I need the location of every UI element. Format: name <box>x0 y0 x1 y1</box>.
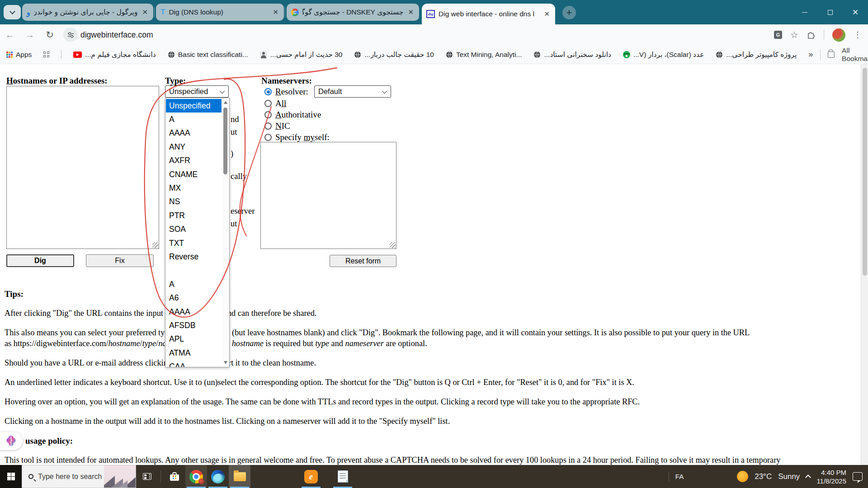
taskbar-search[interactable]: Type here to search <box>22 465 136 488</box>
dropdown-option[interactable]: TXT <box>166 236 222 250</box>
resize-grip-icon[interactable] <box>152 242 158 248</box>
tab-google-search[interactable]: جستجوی DNSKEY - جستجوی گوگل ✕ <box>287 4 419 21</box>
forward-button[interactable]: → <box>20 29 40 40</box>
weather-temperature[interactable]: 23°C <box>755 472 772 481</box>
dropdown-option[interactable]: ATMA <box>166 346 222 360</box>
reload-button[interactable]: ↻ <box>40 29 60 40</box>
dropdown-option[interactable] <box>166 264 222 277</box>
bookmark-item[interactable]: 10 حقیقت جالب دربار... <box>354 51 434 59</box>
bookmarks-overflow-icon[interactable]: » <box>808 50 813 59</box>
dropdown-option[interactable]: A6 <box>166 291 222 305</box>
clock-date: 11/8/2025 <box>816 477 846 485</box>
start-button[interactable] <box>0 465 22 488</box>
dropdown-option[interactable]: APL <box>166 333 222 346</box>
authoritative-radio[interactable] <box>264 111 272 118</box>
tab-dig-web-interface-active[interactable]: dig Dig web interface - online dns l ✕ <box>422 4 555 24</box>
resize-grip-icon[interactable] <box>390 242 396 248</box>
dropdown-option[interactable]: CAA <box>166 360 222 367</box>
language-indicator[interactable]: FA <box>675 473 684 480</box>
tab-virgool[interactable]: و ویرگول - جایی برای نوشتن و خواندن ✕ <box>22 4 153 21</box>
page-scrollbar[interactable] <box>861 64 868 465</box>
scroll-up-icon[interactable] <box>224 101 227 104</box>
search-highlight-image[interactable] <box>104 465 136 488</box>
resolver-select[interactable]: Default <box>314 85 391 98</box>
bookmark-item[interactable]: دانلود سخنرانی استاد... <box>533 51 611 59</box>
tab-search-button[interactable] <box>4 5 21 19</box>
chrome-taskbar-button[interactable] <box>185 465 207 488</box>
translate-icon[interactable]: G <box>774 31 782 39</box>
dropdown-option[interactable]: Reverse <box>166 250 222 263</box>
task-view-button[interactable] <box>136 465 158 488</box>
tab-dig-dns[interactable]: T Dig (DNS lookup) ✕ <box>156 4 284 21</box>
nic-radio[interactable] <box>264 122 272 130</box>
dropdown-option[interactable]: ANY <box>166 140 222 154</box>
dig-button[interactable]: Dig <box>6 254 74 267</box>
bookmark-item[interactable]: عدد (Scalar)، بردار (V... <box>623 51 704 59</box>
bookmark-star-icon[interactable]: ☆ <box>790 29 798 40</box>
type-select[interactable]: Unspecified <box>165 85 229 98</box>
dropdown-option[interactable]: AAAA <box>166 305 222 319</box>
close-tab-icon[interactable]: ✕ <box>141 8 149 16</box>
type-select-value: Unspecified <box>169 87 208 96</box>
page-scrollbar-thumb[interactable] <box>863 68 867 276</box>
dropdown-option[interactable]: PTR <box>166 209 222 222</box>
edge-taskbar-button[interactable] <box>207 465 229 488</box>
bookmark-item[interactable]: Basic text classificati... <box>168 51 248 59</box>
close-button[interactable]: ✕ <box>843 0 868 24</box>
bookmark-item[interactable]: 30 حدیث از امام حسی... <box>260 51 343 59</box>
chevron-down-icon <box>9 9 15 14</box>
search-placeholder: Type here to search <box>38 473 102 481</box>
back-button[interactable]: ← <box>0 29 20 40</box>
extension-overlay-pill[interactable] <box>0 432 23 450</box>
dropdown-option[interactable]: CNAME <box>166 168 222 181</box>
notification-center-icon[interactable] <box>853 472 863 481</box>
hostnames-textarea[interactable] <box>6 86 159 249</box>
notepad-taskbar-button[interactable] <box>332 465 354 488</box>
scroll-down-icon[interactable] <box>224 361 227 364</box>
eitaa-taskbar-button[interactable]: e <box>300 465 322 488</box>
menu-kebab-icon[interactable]: ⋮ <box>854 30 862 40</box>
dropdown-option[interactable]: AXFR <box>166 154 222 168</box>
all-radio[interactable] <box>264 100 272 107</box>
address-bar[interactable]: digwebinterface.com <box>80 30 153 40</box>
tip-paragraph: This also means you can select your pref… <box>5 328 855 349</box>
dropdown-scrollbar[interactable] <box>222 98 229 367</box>
dropdown-option[interactable]: A <box>166 277 222 291</box>
maximize-button[interactable] <box>817 0 843 24</box>
tray-expand-icon[interactable] <box>806 474 811 480</box>
fix-button[interactable]: Fix <box>86 254 154 267</box>
bookmark-label: عدد (Scalar)، بردار (V... <box>633 51 704 59</box>
site-info-button[interactable] <box>63 28 78 42</box>
reset-form-button[interactable]: Reset form <box>330 255 396 267</box>
close-tab-icon[interactable]: ✕ <box>272 8 279 16</box>
bookmark-item[interactable]: Text Mining, Analyti... <box>446 51 522 59</box>
resolver-radio-row: Resolver: <box>264 87 308 97</box>
profile-avatar[interactable] <box>832 28 845 42</box>
clock[interactable]: 4:40 PM 11/8/2025 <box>816 468 846 485</box>
close-tab-icon[interactable]: ✕ <box>543 10 551 18</box>
obscured-text-fragment: ) <box>231 149 233 159</box>
minimize-button[interactable] <box>792 0 817 24</box>
bookmark-item[interactable]: Apps <box>6 51 32 59</box>
dropdown-option[interactable]: MX <box>166 181 222 195</box>
file-explorer-button[interactable] <box>229 465 250 488</box>
nameservers-textarea[interactable] <box>260 142 396 249</box>
dropdown-option[interactable]: AAAA <box>166 127 222 140</box>
specify-myself-radio[interactable] <box>264 134 272 141</box>
dropdown-option[interactable]: A <box>166 113 222 126</box>
new-tab-button[interactable]: + <box>562 6 576 19</box>
bookmark-item[interactable] <box>43 52 49 57</box>
bookmark-item[interactable]: پروژه کامپیوتر طراحی... <box>716 51 797 59</box>
bookmark-item[interactable]: دانشگاه مجازی فیلم م... <box>73 51 156 59</box>
microsoft-store-button[interactable] <box>164 465 185 488</box>
resolver-radio[interactable] <box>264 88 272 95</box>
close-tab-icon[interactable]: ✕ <box>407 8 415 16</box>
dropdown-option[interactable]: Unspecified <box>166 99 222 113</box>
dropdown-option[interactable]: NS <box>166 195 222 209</box>
all-bookmarks-button[interactable]: All Bookmarks <box>842 47 868 63</box>
weather-condition[interactable]: Sunny <box>778 472 800 481</box>
dropdown-option[interactable]: AFSDB <box>166 319 222 332</box>
scrollbar-thumb[interactable] <box>223 108 227 174</box>
extensions-icon[interactable] <box>807 30 816 39</box>
dropdown-option[interactable]: SOA <box>166 223 222 236</box>
